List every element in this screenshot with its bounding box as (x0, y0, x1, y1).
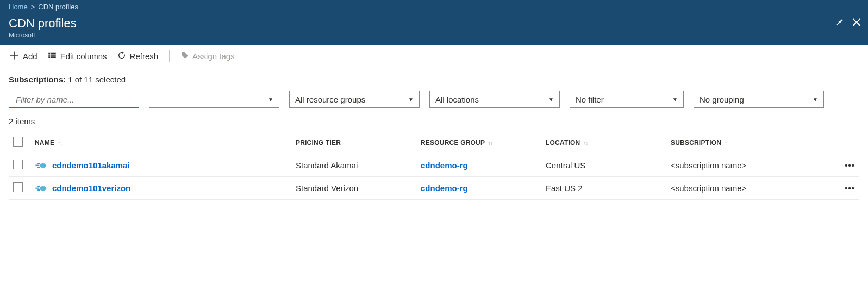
filter-tag-dropdown[interactable]: No filter ▼ (570, 91, 684, 108)
sort-icon: ↑↓ (725, 140, 729, 146)
command-bar: Add Edit columns Refresh Assign tags (0, 45, 868, 68)
svg-rect-13 (37, 189, 40, 191)
refresh-icon (117, 50, 127, 62)
table-row: cdndemo101akamaiStandard Akamaicdndemo-r… (9, 154, 859, 177)
cell-subscription: <subscription name> (666, 154, 832, 177)
resource-name-link[interactable]: cdndemo101verizon (52, 183, 130, 193)
svg-point-6 (40, 163, 46, 167)
svg-rect-1 (48, 55, 50, 56)
assign-tags-label: Assign tags (192, 52, 235, 61)
assign-tags-button: Assign tags (180, 51, 235, 61)
filter-grouping-value: No grouping (700, 95, 744, 104)
page-subtitle: Microsoft (9, 31, 77, 39)
filter-name-box[interactable] (9, 91, 139, 108)
filter-row: ▼ All resource groups ▼ All locations ▼ … (9, 91, 859, 108)
svg-rect-2 (48, 56, 50, 58)
breadcrumb-separator: > (31, 3, 35, 11)
filter-resource-group-dropdown[interactable]: All resource groups ▼ (289, 91, 420, 108)
filter-resource-group-value: All resource groups (295, 95, 365, 104)
edit-columns-button[interactable]: Edit columns (47, 50, 107, 62)
blade-header: CDN profiles Microsoft (0, 12, 868, 45)
edit-columns-label: Edit columns (60, 52, 107, 61)
resource-group-link[interactable]: cdndemo-rg (421, 183, 468, 193)
resource-group-link[interactable]: cdndemo-rg (421, 161, 468, 170)
chevron-down-icon: ▼ (672, 97, 678, 103)
cell-location: East US 2 (541, 177, 666, 200)
add-button[interactable]: Add (9, 50, 38, 62)
svg-point-10 (40, 186, 46, 190)
content-area: Subscriptions: 1 of 11 selected ▼ All re… (0, 68, 868, 211)
resource-name-link[interactable]: cdndemo101akamai (52, 161, 130, 170)
filter-subscription-dropdown[interactable]: ▼ (149, 91, 279, 108)
cell-location: Central US (541, 154, 666, 177)
subscriptions-label: Subscriptions: (9, 75, 66, 84)
filter-location-value: All locations (435, 95, 479, 104)
results-table: Name↑↓ Pricing tier Resource group↑↓ Loc… (9, 131, 859, 200)
svg-rect-11 (35, 187, 39, 188)
table-row: cdndemo101verizonStandard Verizoncdndemo… (9, 177, 859, 200)
row-checkbox[interactable] (13, 182, 23, 192)
sort-icon: ↑↓ (583, 140, 588, 146)
subscriptions-summary[interactable]: Subscriptions: 1 of 11 selected (9, 75, 859, 84)
row-more-button[interactable]: ••• (832, 177, 859, 200)
tag-icon (180, 51, 189, 61)
svg-rect-7 (35, 164, 39, 166)
svg-rect-9 (37, 167, 40, 168)
sort-icon: ↑↓ (488, 140, 492, 146)
col-header-location[interactable]: Location↑↓ (541, 131, 666, 154)
filter-location-dropdown[interactable]: All locations ▼ (429, 91, 560, 108)
cdn-resource-icon (35, 185, 47, 192)
chevron-down-icon: ▼ (268, 97, 273, 103)
toolbar-divider (169, 50, 170, 62)
col-header-name[interactable]: Name↑↓ (30, 131, 291, 154)
svg-rect-4 (51, 55, 55, 56)
page-title: CDN profiles (9, 16, 77, 30)
refresh-button[interactable]: Refresh (117, 50, 159, 62)
pin-icon[interactable] (834, 17, 844, 29)
col-header-pricing-tier[interactable]: Pricing tier (291, 131, 416, 154)
svg-rect-12 (37, 186, 40, 187)
plus-icon (9, 50, 20, 62)
svg-rect-3 (51, 53, 55, 54)
subscriptions-value: 1 of 11 selected (68, 75, 126, 84)
breadcrumb-current: CDN profiles (38, 3, 78, 11)
sort-icon: ↑↓ (58, 140, 62, 146)
breadcrumb-home[interactable]: Home (9, 3, 28, 11)
filter-name-input[interactable] (15, 94, 133, 105)
filter-tag-value: No filter (576, 95, 604, 104)
close-icon[interactable] (852, 17, 861, 29)
cell-pricing-tier: Standard Verizon (291, 177, 416, 200)
chevron-down-icon: ▼ (548, 97, 554, 103)
filter-grouping-dropdown[interactable]: No grouping ▼ (694, 91, 824, 108)
cdn-resource-icon (35, 162, 47, 169)
cell-subscription: <subscription name> (666, 177, 832, 200)
svg-rect-0 (48, 53, 50, 54)
chevron-down-icon: ▼ (813, 97, 818, 103)
col-header-subscription[interactable]: Subscription↑↓ (666, 131, 832, 154)
breadcrumb: Home > CDN profiles (0, 0, 868, 12)
add-label: Add (23, 52, 38, 61)
cell-pricing-tier: Standard Akamai (291, 154, 416, 177)
chevron-down-icon: ▼ (408, 97, 414, 103)
col-header-resource-group[interactable]: Resource group↑↓ (416, 131, 541, 154)
select-all-checkbox[interactable] (13, 137, 23, 147)
item-count: 2 items (9, 117, 859, 126)
svg-rect-5 (51, 56, 55, 58)
svg-rect-8 (37, 163, 40, 164)
row-more-button[interactable]: ••• (832, 154, 859, 177)
refresh-label: Refresh (130, 52, 159, 61)
row-checkbox[interactable] (13, 160, 23, 169)
columns-icon (47, 50, 57, 62)
